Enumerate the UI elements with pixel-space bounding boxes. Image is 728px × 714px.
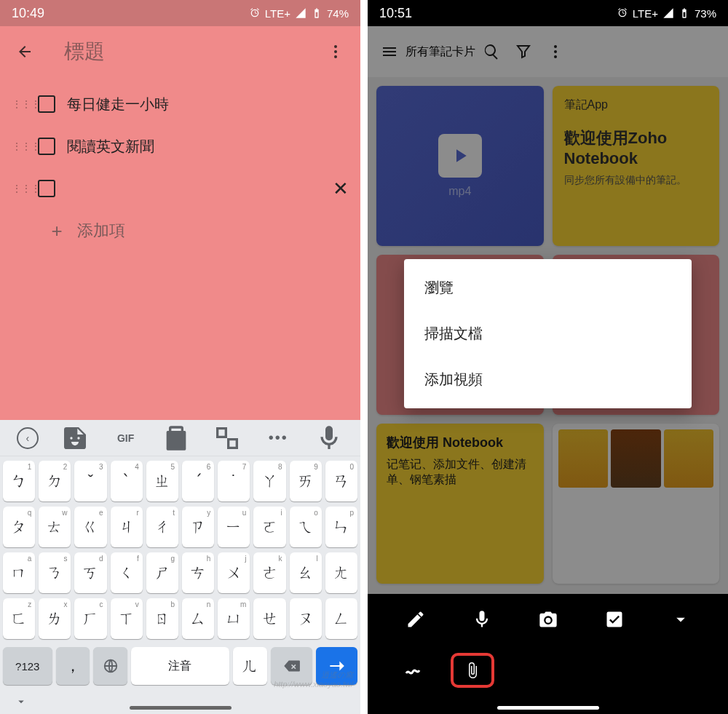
paperclip-icon <box>464 662 481 679</box>
key[interactable]: ㄤ <box>325 552 357 593</box>
key[interactable]: ㄨj <box>218 552 250 593</box>
keyboard-collapse[interactable] <box>0 689 360 714</box>
key[interactable]: ㄢ0 <box>325 461 357 501</box>
key[interactable]: ㄍe <box>74 507 106 547</box>
key-space[interactable]: 注音 <box>131 647 229 685</box>
key[interactable]: ㄟo <box>290 507 322 547</box>
checklist: ⋮⋮⋮ 每日健走一小時 ⋮⋮⋮ 閱讀英文新聞 ⋮⋮⋮ ✕ + 添加項 <box>0 77 360 258</box>
key[interactable]: ㄏc <box>74 598 106 639</box>
key[interactable]: ˊ6 <box>182 461 214 501</box>
key[interactable]: ㄑf <box>111 552 143 593</box>
menu-item-add-video[interactable]: 添加視頻 <box>404 357 692 402</box>
toolbar-row-1 <box>368 594 728 645</box>
status-battery: 74% <box>327 7 349 20</box>
key[interactable]: ㄡ <box>290 598 322 639</box>
keyboard-row: ㄇaㄋsㄎdㄑfㄕgㄘhㄨjㄜkㄠlㄤ <box>3 552 357 593</box>
keyboard-keys: ㄅ1ㄉ2ˇ3ˋ4ㄓ5ˊ6˙7ㄚ8ㄞ9ㄢ0ㄆqㄊwㄍeㄐrㄔtㄗyㄧuㄛiㄟoㄣp… <box>0 456 360 647</box>
key[interactable]: ㄇa <box>3 552 35 593</box>
sketch-button[interactable] <box>397 654 429 686</box>
key[interactable]: ㄝ <box>253 598 285 639</box>
delete-item-button[interactable]: ✕ <box>333 178 349 200</box>
edit-button[interactable] <box>400 603 432 635</box>
toolbar-row-2 <box>368 645 728 696</box>
kb-collapse-left-icon[interactable]: ‹ <box>17 427 39 449</box>
key[interactable]: ㄓ5 <box>146 461 178 501</box>
key[interactable]: ㄞ9 <box>290 461 322 501</box>
signal-icon <box>662 7 674 19</box>
nav-handle[interactable] <box>130 706 232 710</box>
attach-button[interactable] <box>464 662 481 679</box>
key[interactable]: ㄩm <box>218 598 250 639</box>
status-time: 10:49 <box>12 6 44 21</box>
key[interactable]: ㄜk <box>253 552 285 593</box>
checkbox[interactable] <box>38 95 55 113</box>
back-button[interactable] <box>9 36 41 68</box>
key[interactable]: ˇ3 <box>74 461 106 501</box>
nav-handle[interactable] <box>497 706 599 710</box>
key[interactable]: ㄌx <box>39 598 71 639</box>
key-globe[interactable] <box>93 647 127 685</box>
key-symbols[interactable]: ?123 <box>3 647 52 685</box>
kb-more-icon[interactable]: ••• <box>264 424 293 453</box>
status-right: LTE+ 74% <box>249 7 349 20</box>
key-er[interactable]: ㄦ <box>233 647 267 685</box>
kb-translate-icon[interactable] <box>213 424 242 453</box>
checkbox[interactable] <box>38 138 55 155</box>
key[interactable]: ㄈz <box>3 598 35 639</box>
checklist-item-active[interactable]: ⋮⋮⋮ ✕ <box>0 167 360 210</box>
kb-mic-icon[interactable] <box>314 424 344 453</box>
key[interactable]: ㄕg <box>146 552 178 593</box>
drag-handle-icon[interactable]: ⋮⋮⋮ <box>12 98 26 110</box>
checklist-button[interactable] <box>598 603 630 635</box>
key[interactable]: ㄔt <box>146 507 178 547</box>
checklist-text[interactable]: 每日健走一小時 <box>67 95 349 114</box>
keyboard-row: ㄅ1ㄉ2ˇ3ˋ4ㄓ5ˊ6˙7ㄚ8ㄞ9ㄢ0 <box>3 461 357 501</box>
camera-button[interactable] <box>532 603 564 635</box>
key[interactable]: ㄅ1 <box>3 461 35 501</box>
key[interactable]: ㄆq <box>3 507 35 547</box>
signal-icon <box>295 7 306 19</box>
key[interactable]: ˋ4 <box>111 461 143 501</box>
menu-item-browse[interactable]: 瀏覽 <box>404 265 692 311</box>
key[interactable]: ㄋs <box>39 552 71 593</box>
voice-button[interactable] <box>466 603 498 635</box>
key[interactable]: ˙7 <box>218 461 250 501</box>
key[interactable]: ㄖb <box>146 598 178 639</box>
key[interactable]: ㄎd <box>74 552 106 593</box>
key[interactable]: ㄐr <box>111 507 143 547</box>
key[interactable]: ㄘh <box>182 552 214 593</box>
alarm-icon <box>249 7 261 19</box>
drag-handle-icon[interactable]: ⋮⋮⋮ <box>12 140 26 152</box>
kb-clipboard-icon[interactable] <box>162 424 191 453</box>
more-button[interactable] <box>320 36 352 68</box>
key[interactable]: ㄛi <box>253 507 285 547</box>
key[interactable]: ㄣp <box>325 507 357 547</box>
checklist-item[interactable]: ⋮⋮⋮ 每日健走一小時 <box>0 83 360 125</box>
app-bar: 標題 <box>0 26 360 77</box>
key[interactable]: ㄒv <box>111 598 143 639</box>
checklist-item[interactable]: ⋮⋮⋮ 閱讀英文新聞 <box>0 125 360 167</box>
key[interactable]: ㄙn <box>182 598 214 639</box>
note-title-input[interactable]: 標題 <box>47 38 314 66</box>
globe-icon <box>103 658 119 674</box>
kb-gif-button[interactable]: GIF <box>111 424 141 453</box>
key[interactable]: ㄥ <box>325 598 357 639</box>
bottom-toolbar <box>368 594 728 714</box>
kb-sticker-icon[interactable] <box>60 424 90 453</box>
menu-item-scan[interactable]: 掃描文檔 <box>404 311 692 357</box>
key[interactable]: ㄊw <box>39 507 71 547</box>
camera-icon <box>538 609 558 630</box>
key[interactable]: ㄚ8 <box>253 461 285 501</box>
key[interactable]: ㄠl <box>290 552 322 593</box>
collapse-button[interactable] <box>665 603 697 635</box>
key[interactable]: ㄗy <box>182 507 214 547</box>
checklist-text[interactable]: 閱讀英文新聞 <box>67 137 349 156</box>
add-item-button[interactable]: + 添加項 <box>0 210 360 252</box>
drag-handle-icon[interactable]: ⋮⋮⋮ <box>12 183 26 194</box>
phone-right: 10:51 LTE+ 73% 所有筆記卡片 <box>368 0 728 714</box>
key[interactable]: ㄉ2 <box>39 461 71 501</box>
key[interactable]: ㄧu <box>218 507 250 547</box>
chevron-down-icon <box>670 609 691 630</box>
key-comma[interactable]: ， <box>56 647 90 685</box>
checkbox[interactable] <box>38 180 55 197</box>
